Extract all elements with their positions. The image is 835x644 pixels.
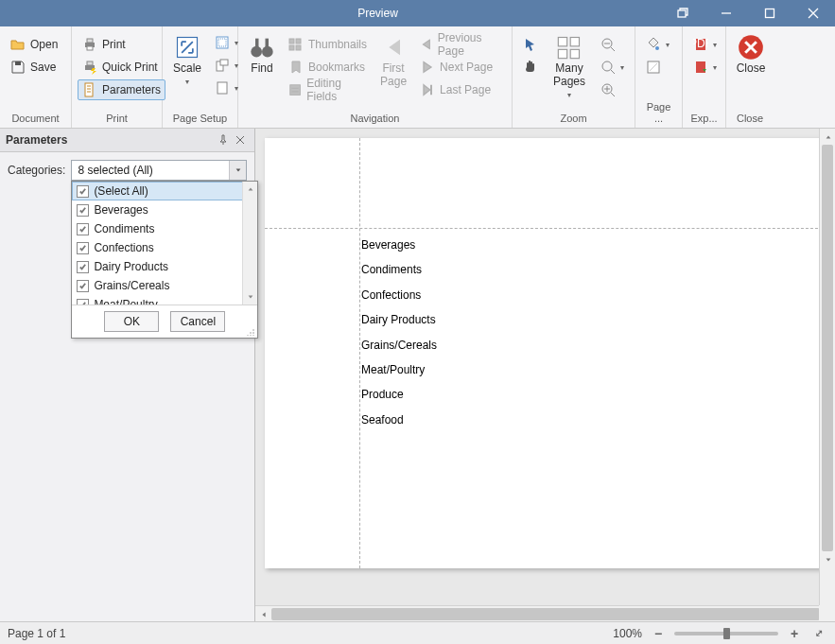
- close-icon: [738, 34, 764, 61]
- quick-print-button[interactable]: Quick Print: [78, 57, 165, 78]
- page-color-button[interactable]: ▾: [641, 34, 674, 55]
- dropdown-scrollbar[interactable]: [242, 182, 257, 305]
- svg-rect-27: [289, 45, 294, 50]
- ok-button[interactable]: OK: [104, 311, 159, 332]
- scale-label: Scale: [173, 62, 201, 76]
- editing-fields-button[interactable]: Editing Fields: [284, 79, 372, 100]
- pdf-icon: PDF: [693, 37, 708, 52]
- zoom-slider[interactable]: [674, 632, 778, 635]
- horizontal-scrollbar[interactable]: [255, 605, 819, 621]
- thumbnails-label: Thumbnails: [308, 38, 367, 51]
- many-pages-button[interactable]: Many Pages ▾: [547, 30, 592, 98]
- checkbox-icon[interactable]: [77, 223, 89, 235]
- scale-button[interactable]: Scale ▾: [168, 30, 206, 98]
- svg-rect-0: [678, 10, 686, 17]
- svg-point-21: [251, 46, 262, 58]
- option-label: Dairy Products: [94, 260, 168, 273]
- zoom-out-button[interactable]: −: [650, 625, 667, 642]
- pin-button[interactable]: [215, 132, 232, 148]
- scroll-up-icon[interactable]: [820, 129, 835, 145]
- dropdown-option[interactable]: (Select All): [72, 182, 257, 200]
- categories-combo[interactable]: 8 selected (All): [71, 160, 247, 181]
- checkbox-icon[interactable]: [77, 261, 89, 273]
- zoom-out-button[interactable]: [596, 34, 629, 55]
- checkbox-icon[interactable]: [77, 280, 89, 292]
- report-item: Seafood: [361, 408, 437, 432]
- maximize-button[interactable]: [748, 0, 792, 26]
- slider-knob[interactable]: [723, 628, 730, 639]
- next-icon: [420, 60, 435, 75]
- paint-icon: [646, 37, 661, 52]
- form-icon: [288, 82, 302, 97]
- svg-rect-5: [15, 61, 21, 65]
- find-button[interactable]: Find: [244, 30, 280, 98]
- first-page-icon: [380, 34, 407, 61]
- last-page-label: Last Page: [440, 83, 491, 96]
- previous-page-label: Previous Page: [438, 31, 501, 58]
- group-export-label: Exp...: [688, 110, 720, 128]
- scroll-left-icon[interactable]: [255, 606, 271, 621]
- vertical-scrollbar[interactable]: [819, 129, 835, 605]
- open-button[interactable]: Open: [6, 34, 62, 55]
- zoom-expand-button[interactable]: ⤢: [810, 625, 827, 642]
- close-button[interactable]: Close: [732, 30, 770, 98]
- svg-point-58: [251, 332, 252, 334]
- dropdown-option[interactable]: Meat/Poultry: [72, 295, 257, 305]
- quick-print-label: Quick Print: [102, 61, 158, 74]
- export-doc-button[interactable]: ▾: [688, 57, 722, 78]
- dropdown-option[interactable]: Dairy Products: [72, 257, 257, 276]
- bookmarks-button[interactable]: Bookmarks: [284, 57, 372, 78]
- thumbnails-button[interactable]: Thumbnails: [284, 34, 372, 55]
- zoom-button[interactable]: ▾: [596, 57, 629, 78]
- print-button[interactable]: Print: [78, 34, 165, 55]
- zoom-in-button[interactable]: [596, 79, 629, 100]
- dropdown-option[interactable]: Beverages: [72, 200, 257, 219]
- dropdown-option[interactable]: Condiments: [72, 219, 257, 238]
- svg-line-41: [611, 70, 615, 74]
- restore-window-icon[interactable]: [661, 0, 705, 26]
- dropdown-option[interactable]: Confections: [72, 238, 257, 257]
- resize-grip-icon[interactable]: [246, 326, 255, 336]
- option-label: Grains/Cereals: [94, 279, 169, 292]
- bookmark-icon: [288, 60, 304, 75]
- export-pdf-button[interactable]: PDF▾: [688, 34, 722, 55]
- scroll-down-icon[interactable]: [243, 289, 257, 305]
- hand-icon: [523, 60, 538, 75]
- group-close-label: Close: [732, 110, 768, 128]
- minimize-button[interactable]: [705, 0, 748, 26]
- scroll-down-icon[interactable]: [820, 551, 835, 567]
- watermark-button[interactable]: [641, 57, 674, 78]
- binoculars-icon: [249, 34, 275, 61]
- next-page-label: Next Page: [440, 61, 493, 74]
- save-button[interactable]: Save: [6, 57, 62, 78]
- parameters-button[interactable]: Parameters: [78, 79, 165, 100]
- group-page-label: Page ...: [641, 98, 676, 128]
- chevron-down-icon[interactable]: [229, 161, 246, 180]
- svg-rect-26: [296, 39, 301, 44]
- checkbox-icon[interactable]: [77, 204, 89, 217]
- zoom-in-button[interactable]: +: [786, 625, 803, 642]
- group-document-label: Document: [6, 110, 65, 128]
- checkbox-icon[interactable]: [77, 185, 89, 198]
- dropdown-option[interactable]: Grains/Cereals: [72, 276, 257, 295]
- hand-button[interactable]: [518, 57, 543, 78]
- bookmarks-label: Bookmarks: [308, 61, 365, 74]
- report-item: Dairy Products: [361, 307, 437, 332]
- printer-bolt-icon: [82, 60, 97, 75]
- many-pages-icon: [556, 34, 583, 61]
- scrollbar-thumb[interactable]: [822, 145, 833, 551]
- last-page-button[interactable]: Last Page: [415, 79, 506, 100]
- close-window-button[interactable]: [792, 0, 835, 26]
- svg-rect-23: [255, 39, 259, 47]
- scrollbar-thumb[interactable]: [271, 608, 820, 620]
- panel-close-button[interactable]: [232, 132, 249, 148]
- parameters-label: Parameters: [102, 83, 161, 96]
- scroll-up-icon[interactable]: [243, 182, 257, 197]
- cancel-button[interactable]: Cancel: [170, 311, 225, 332]
- checkbox-icon[interactable]: [77, 242, 89, 254]
- first-page-button[interactable]: First Page: [375, 30, 411, 98]
- previous-page-button[interactable]: Previous Page: [415, 34, 506, 55]
- pointer-button[interactable]: [518, 34, 543, 55]
- next-page-button[interactable]: Next Page: [415, 57, 506, 78]
- report-item: Beverages: [361, 233, 437, 257]
